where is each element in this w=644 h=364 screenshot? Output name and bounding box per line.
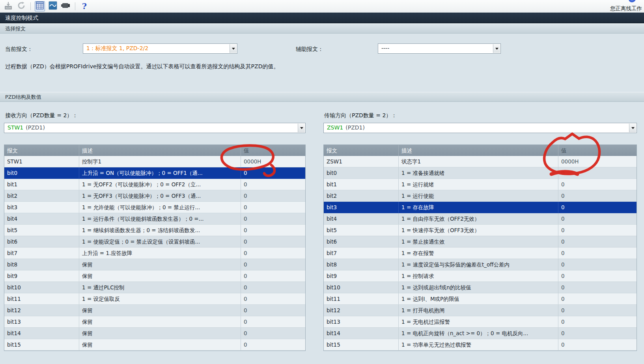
table-row[interactable]: bit151 = 功率单元无过热过载报警0 (324, 339, 637, 351)
cell-name: bit14 (4, 328, 79, 339)
cell-desc: 上升沿 = ON（可以使能脉冲）；0 = OFF1（通... (79, 167, 241, 178)
cell-name: bit9 (324, 270, 399, 281)
cell-value: 0 (241, 339, 305, 350)
table-row[interactable]: bit71 = 存在报警0 (324, 248, 637, 259)
cell-value: 0 (241, 179, 305, 190)
table-row[interactable]: bit11 = 运行就绪0 (324, 179, 637, 190)
table-row[interactable]: bit101 = 达到或超出f或n的比较值0 (324, 282, 637, 293)
table-row[interactable]: bit91 = 控制请求0 (324, 270, 637, 282)
cell-name: bit10 (4, 282, 79, 293)
cell-value: 0 (558, 339, 637, 350)
table-row[interactable]: bit41 = 运行条件（可以使能斜坡函数发生器）；0 =...0 (4, 213, 305, 225)
cell-desc: 1 = 控制请求 (399, 270, 558, 281)
help-button[interactable]: ? (79, 1, 90, 11)
cell-value: 0 (241, 305, 305, 316)
cell-name: bit15 (324, 339, 399, 350)
cell-value: 0 (241, 259, 305, 270)
cell-value: 0 (558, 316, 637, 327)
table-row[interactable]: bit21 = 无OFF3（可以使能脉冲）；0 = OFF3（通...0 (4, 190, 305, 202)
cell-name: bit8 (4, 259, 79, 270)
trace-chart-icon (49, 1, 57, 11)
table-row[interactable]: bit111 = 设定值取反0 (4, 293, 305, 305)
table-row[interactable]: bit81 = 速度设定值与实际值的偏差在t_off公差内0 (324, 259, 637, 270)
cell-desc: 上升沿 = 1.应答故障 (79, 248, 241, 259)
table-row[interactable]: bit141 = 电机正向旋转（n_act >= 0）；0 = 电机反向...0 (324, 328, 637, 339)
table-row[interactable]: bit41 = 自由停车无效（OFF2无效）0 (324, 213, 637, 225)
cell-value: 0 (558, 305, 637, 316)
table-row[interactable]: bit61 = 禁止接通生效0 (324, 236, 637, 248)
cell-name: bit7 (4, 248, 79, 259)
table-row[interactable]: bit21 = 运行使能0 (324, 190, 637, 202)
cell-name: bit12 (4, 305, 79, 316)
save-to-rom-button[interactable]: ROM (3, 1, 13, 11)
receive-word-primary: STW1 (7, 124, 23, 131)
table-row[interactable]: bit31 = 允许使能（可以使能脉冲）；0 = 禁止运行...0 (4, 202, 305, 213)
table-header: 报文 描述 值 (4, 145, 305, 156)
table-row[interactable]: bit7上升沿 = 1.应答故障0 (4, 248, 305, 259)
cell-desc: 1 = 存在报警 (399, 248, 558, 259)
cell-desc: 1 = 自由停车无效（OFF2无效） (399, 213, 558, 224)
table-row[interactable]: bit0上升沿 = ON（可以使能脉冲）；0 = OFF1（通...0 (4, 167, 305, 179)
toolbar-separator (30, 2, 31, 10)
parameter-grid-button[interactable] (35, 1, 45, 11)
svg-text:ROM: ROM (6, 6, 11, 9)
motor-button[interactable] (61, 1, 71, 11)
cell-desc: 1 = 禁止接通生效 (399, 236, 558, 247)
current-telegram-select[interactable]: 1 : 标准报文 1, PZD-2/2 (83, 43, 237, 54)
cell-value: 0 (558, 328, 637, 339)
receive-pzd-table: 报文 描述 值 STW1控制字10000Hbit0上升沿 = ON（可以使能脉冲… (4, 144, 306, 351)
table-row[interactable]: bit14保留0 (4, 328, 305, 339)
cell-desc: 保留 (79, 270, 241, 281)
cell-desc: 保留 (79, 305, 241, 316)
header-value: 值 (241, 145, 305, 156)
toolbar-separator (75, 2, 75, 10)
transmit-direction-label: 传输方向（PZD数量 = 2）： (324, 112, 397, 119)
table-row[interactable]: bit121 = 打开电机抱闸0 (324, 305, 637, 316)
save-to-rom-icon: ROM (4, 1, 13, 11)
table-row[interactable]: bit61 = 使能设定值；0 = 禁止设定值（设置斜坡函...0 (4, 236, 305, 248)
table-row[interactable]: bit12保留0 (4, 305, 305, 316)
table-row[interactable]: bit15保留0 (4, 339, 305, 351)
cell-value: 0 (241, 236, 305, 247)
cell-name: bit1 (4, 179, 79, 190)
table-row[interactable]: bit11 = 无OFF2（可以使能脉冲）；0 = OFF2（立...0 (4, 179, 305, 190)
table-row[interactable]: bit51 = 快速停车无效（OFF3无效）0 (324, 225, 637, 236)
table-row[interactable]: bit111 = 达到I、M或P的限值0 (324, 293, 637, 305)
table-row[interactable]: bit101 = 通过PLC控制0 (4, 282, 305, 293)
cell-name: bit7 (324, 248, 399, 259)
table-row[interactable]: bit13保留0 (4, 316, 305, 328)
cell-name: bit3 (324, 202, 399, 213)
cell-desc: 控制字1 (79, 156, 241, 167)
cell-value: 0 (558, 190, 637, 201)
cell-desc: 1 = 存在故障 (399, 202, 558, 213)
cell-desc: 1 = 电机正向旋转（n_act >= 0）；0 = 电机反向... (399, 328, 558, 339)
table-row[interactable]: STW1控制字10000H (4, 156, 305, 167)
cell-desc: 1 = 设定值取反 (79, 293, 241, 304)
table-row[interactable]: bit01 = 准备接通就绪0 (324, 167, 637, 179)
refresh-button[interactable] (16, 1, 26, 11)
table-row[interactable]: bit8保留0 (4, 259, 305, 270)
dropdown-arrow-icon (230, 44, 237, 53)
cell-name: bit6 (4, 236, 79, 247)
aux-telegram-select[interactable]: ---- (378, 43, 501, 54)
cell-desc: 保留 (79, 328, 241, 339)
dropdown-arrow-icon (493, 44, 500, 53)
cell-value: 0 (558, 167, 637, 178)
cell-name: bit6 (324, 236, 399, 247)
table-row[interactable]: bit51 = 继续斜坡函数发生器；0 = 冻结斜坡函数发...0 (4, 225, 305, 236)
aux-telegram-label: 辅助报文： (296, 46, 323, 53)
cell-value: 0000H (241, 156, 305, 167)
cell-name: bit2 (324, 190, 399, 201)
transmit-word-select[interactable]: ZSW1(PZD1) (323, 123, 637, 133)
trace-chart-button[interactable] (48, 1, 58, 11)
cell-value: 0000H (558, 156, 637, 167)
table-row[interactable]: ZSW1状态字10000H (324, 156, 637, 167)
table-row[interactable]: bit9保留0 (4, 270, 305, 282)
table-row[interactable]: bit31 = 存在故障0 (324, 202, 637, 213)
current-telegram-label: 当前报文： (5, 46, 33, 53)
receive-word-select[interactable]: STW1(PZD1) (4, 123, 306, 133)
cell-name: bit4 (4, 213, 79, 224)
cell-name: bit2 (4, 190, 79, 201)
table-row[interactable]: bit131 = 无电机过温报警0 (324, 316, 637, 328)
dropdown-arrow-icon (298, 124, 305, 132)
